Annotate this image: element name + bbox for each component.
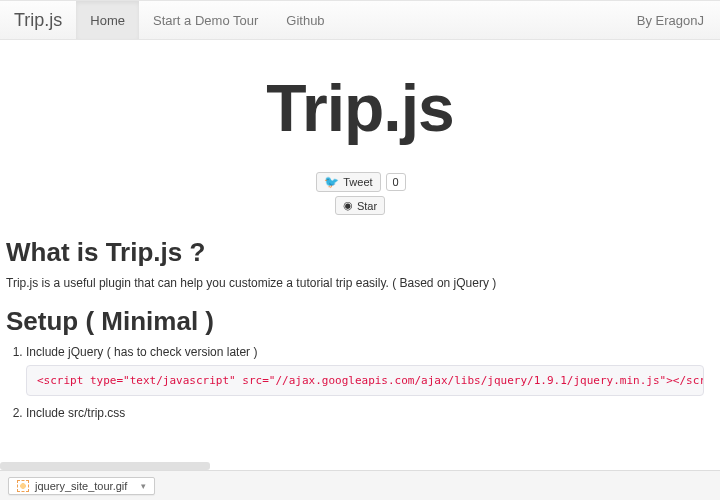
download-chip[interactable]: jquery_site_tour.gif ▾ xyxy=(8,477,155,495)
code-block[interactable]: <script type="text/javascript" src="//aj… xyxy=(26,365,704,396)
file-icon xyxy=(17,480,29,492)
nav-item-home[interactable]: Home xyxy=(76,1,139,39)
setup-heading: Setup ( Minimal ) xyxy=(6,306,714,337)
nav-item-demo[interactable]: Start a Demo Tour xyxy=(139,1,272,39)
nav-list: Home Start a Demo Tour Github xyxy=(76,1,338,39)
nav-item-github[interactable]: Github xyxy=(272,1,338,39)
setup-step-1: Include jQuery ( has to check version la… xyxy=(26,345,257,359)
horizontal-scrollbar[interactable] xyxy=(0,462,210,470)
github-icon: ◉ xyxy=(343,199,353,212)
social-row: 🐦 Tweet 0 ◉ Star xyxy=(0,170,720,217)
download-filename: jquery_site_tour.gif xyxy=(35,480,127,492)
download-bar: jquery_site_tour.gif ▾ xyxy=(0,470,720,500)
what-body: Trip.js is a useful plugin that can help… xyxy=(6,276,714,290)
byline[interactable]: By EragonJ xyxy=(637,13,710,28)
setup-step-2: Include src/trip.css xyxy=(26,406,125,420)
twitter-icon: 🐦 xyxy=(324,175,339,189)
setup-list: Include jQuery ( has to check version la… xyxy=(6,345,714,420)
list-item: Include jQuery ( has to check version la… xyxy=(26,345,714,396)
list-item: Include src/trip.css xyxy=(26,406,714,420)
tweet-label: Tweet xyxy=(343,176,372,188)
main-content: What is Trip.js ? Trip.js is a useful pl… xyxy=(0,237,720,420)
page-title: Trip.js xyxy=(0,70,720,146)
tweet-button[interactable]: 🐦 Tweet xyxy=(316,172,380,192)
what-heading: What is Trip.js ? xyxy=(6,237,714,268)
star-button[interactable]: ◉ Star xyxy=(335,196,385,215)
hero: Trip.js xyxy=(0,40,720,156)
star-label: Star xyxy=(357,200,377,212)
brand[interactable]: Trip.js xyxy=(10,10,76,31)
chevron-down-icon: ▾ xyxy=(141,481,146,491)
tweet-count: 0 xyxy=(386,173,406,191)
top-navbar: Trip.js Home Start a Demo Tour Github By… xyxy=(0,0,720,40)
